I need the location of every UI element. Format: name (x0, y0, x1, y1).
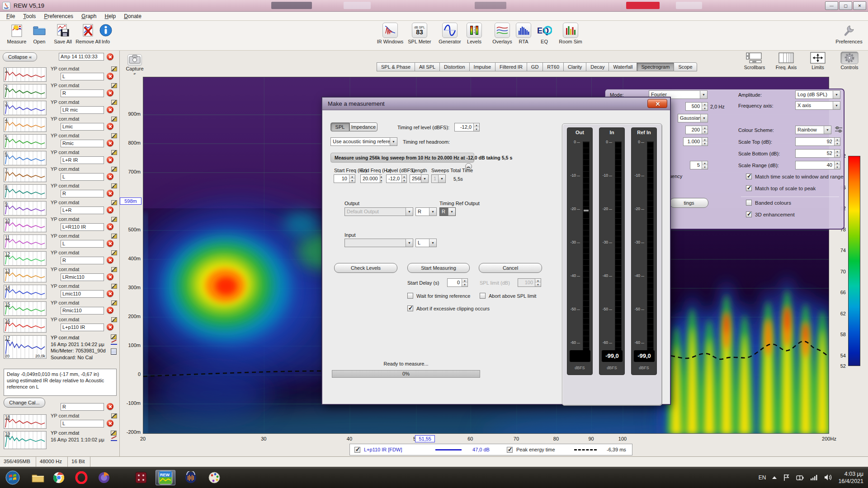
graph-tab[interactable]: SPL & Phase (377, 62, 415, 71)
measurement-name-field[interactable]: L+p110 IR (61, 324, 104, 331)
window-dropdown[interactable]: Gaussian▼ (678, 114, 708, 122)
measurement-row[interactable]: 14 YP corr.mdat Lmic110 (0, 283, 119, 300)
checkbox[interactable] (407, 305, 413, 311)
collapse-button[interactable]: Collapse « (3, 52, 37, 61)
taskbar-browser-icon[interactable] (94, 470, 114, 485)
eq-button[interactable]: EQ EQ (534, 23, 554, 44)
delete-measurement-icon[interactable] (107, 403, 113, 410)
scale-range-spinner[interactable]: 40▲▼ (795, 161, 840, 169)
menu-item[interactable]: Graph (78, 12, 100, 20)
notes-icon[interactable] (111, 348, 117, 355)
graph-tab[interactable]: Scope (674, 62, 697, 71)
spl-limit-spinner[interactable]: 100▲▼ (518, 278, 541, 287)
menu-item[interactable]: Preferences (40, 12, 77, 20)
power-battery-icon[interactable] (796, 474, 804, 481)
smoothing-spinner[interactable]: 5▲▼ (690, 161, 708, 169)
ir-windows-button[interactable]: IR Windows (374, 23, 406, 44)
measurement-name-field[interactable]: R (61, 403, 104, 411)
edit-icon[interactable] (111, 83, 117, 88)
measurement-name-field[interactable]: Lmic110 (61, 290, 104, 298)
abort-spl-checkbox-row[interactable]: Abort above SPL limit (480, 293, 536, 299)
graph-tab[interactable]: Impulse (469, 62, 495, 71)
measurement-name-field[interactable]: R (61, 190, 104, 197)
edit-icon[interactable] (111, 133, 117, 138)
edit-icon[interactable] (111, 150, 117, 155)
settings-button[interactable]: tings (670, 198, 708, 208)
trace-style-icon[interactable] (111, 438, 117, 442)
measurement-name-field[interactable]: L (61, 173, 104, 181)
colour-scheme-dropdown[interactable]: Rainbow▼ (795, 126, 831, 134)
graph-tab[interactable]: Spectrogram (637, 62, 674, 71)
edit-icon[interactable] (111, 234, 117, 239)
timing-ref-level-spinner[interactable]: -12,0▲▼ (454, 123, 480, 131)
selected-measurement-row[interactable]: 17 20 20,0k YP corr.mdat 16 Απρ 2021 1:0… (0, 333, 119, 368)
delete-measurement-icon[interactable] (107, 290, 113, 297)
info-button[interactable]: Info (97, 23, 115, 44)
edit-icon[interactable] (111, 267, 117, 272)
freq-axis-button[interactable]: Freq. Axis (774, 52, 798, 70)
amplitude-dropdown[interactable]: Log (dB SPL)▼ (795, 90, 840, 99)
scale-bottom-spinner[interactable]: 52▲▼ (795, 149, 840, 158)
taskbar-explorer-icon[interactable] (28, 470, 48, 485)
timing-reference-dropdown[interactable]: Use acoustic timing reference▼ (330, 137, 397, 146)
edit-icon[interactable] (111, 167, 117, 172)
sweeps-dropdown[interactable]: 1▼ (431, 174, 446, 183)
measurement-name-field[interactable]: L (61, 240, 104, 248)
edit-icon[interactable] (111, 413, 117, 418)
measurement-row[interactable]: 2 YP corr.mdat R (0, 83, 119, 99)
end-freq-spinner[interactable]: 20.000▲▼ (360, 174, 382, 183)
delete-measurement-icon[interactable] (107, 223, 113, 230)
levels-button[interactable]: 036 Levels (462, 23, 486, 44)
volume-icon[interactable] (824, 474, 832, 481)
delete-measurement-icon[interactable] (107, 89, 113, 96)
controls-button[interactable]: Controls (837, 52, 862, 70)
measurement-name-field[interactable]: L+R IR (61, 156, 104, 164)
delete-measurement-icon[interactable] (107, 53, 113, 60)
minimize-button[interactable]: — (825, 1, 838, 10)
edit-icon[interactable] (111, 117, 117, 122)
delete-measurement-icon[interactable] (107, 240, 113, 247)
graph-tab[interactable]: Distortion (439, 62, 469, 71)
timing-ref-output-dropdown[interactable]: R▼ (439, 207, 456, 216)
generator-button[interactable]: Generator (434, 23, 466, 44)
checkbox[interactable] (480, 293, 486, 299)
measurement-name-field[interactable]: R (61, 89, 104, 97)
delay-notes-text[interactable]: Delay -0,049±0,010 ms (-17 mm, -0,67 in)… (4, 369, 117, 396)
check-levels-button[interactable]: Check Levels (334, 263, 397, 273)
taskbar-paint-icon[interactable] (204, 470, 224, 485)
close-button[interactable]: ✕ (853, 1, 866, 10)
measurement-row[interactable]: 16 YP corr.mdat L+p110 IR (0, 317, 119, 333)
delete-measurement-icon[interactable] (107, 73, 113, 80)
measurement-name-field[interactable]: Lmic (61, 123, 104, 131)
spl-tab[interactable]: SPL (330, 122, 349, 131)
network-signal-icon[interactable] (810, 474, 818, 481)
panel-checkbox-row[interactable]: Banded colours (746, 200, 791, 206)
delete-measurement-icon[interactable] (107, 156, 113, 163)
dialog-title-bar[interactable]: Make a measurement (322, 98, 670, 110)
measurement-row[interactable]: 1 YP corr.mdat L (0, 66, 119, 83)
wait-timing-checkbox-row[interactable]: Wait for timing reference (407, 293, 470, 299)
preferences-button[interactable]: Preferences (832, 23, 866, 44)
start-delay-spinner[interactable]: 0▲▼ (447, 278, 468, 287)
level-spinner[interactable]: -12,0▲▼ (386, 174, 407, 183)
measurement-row[interactable]: 19 YP corr.mdat 16 Απρ 2021 1:10:02 μμ (0, 430, 119, 456)
dialog-close-button[interactable] (647, 99, 667, 108)
graph-tab[interactable]: Filtered IR (495, 62, 527, 71)
checkbox[interactable] (746, 200, 752, 206)
language-indicator[interactable]: EN (759, 474, 766, 481)
measurement-name-field[interactable]: R (61, 257, 104, 264)
measurement-name-field[interactable]: Rmic (61, 140, 104, 147)
graph-tab[interactable]: RT60 (542, 62, 563, 71)
rta-button[interactable]: RTA (513, 23, 534, 44)
measurement-name-field[interactable]: Rmic110 (61, 307, 104, 314)
output-channel-dropdown[interactable]: R▼ (415, 207, 437, 216)
fft-length-spinner[interactable]: 500▲▼ (685, 102, 708, 111)
measurement-row[interactable]: 4 YP corr.mdat Lmic (0, 116, 119, 133)
panel-checkbox-row[interactable]: 3D enhancement (746, 211, 795, 217)
menu-item[interactable]: File (3, 12, 19, 20)
sweep-settings-header[interactable]: Measure using 256k log sweep from 10 Hz … (330, 153, 474, 163)
measurement-row[interactable]: 3 YP corr.mdat LR mic (0, 99, 119, 116)
menu-item[interactable]: Donate (120, 12, 145, 20)
spl-meter-button[interactable]: dB SPL83 SPL Meter (404, 23, 435, 44)
measurement-row[interactable]: 15 YP corr.mdat Rmic110 (0, 300, 119, 317)
